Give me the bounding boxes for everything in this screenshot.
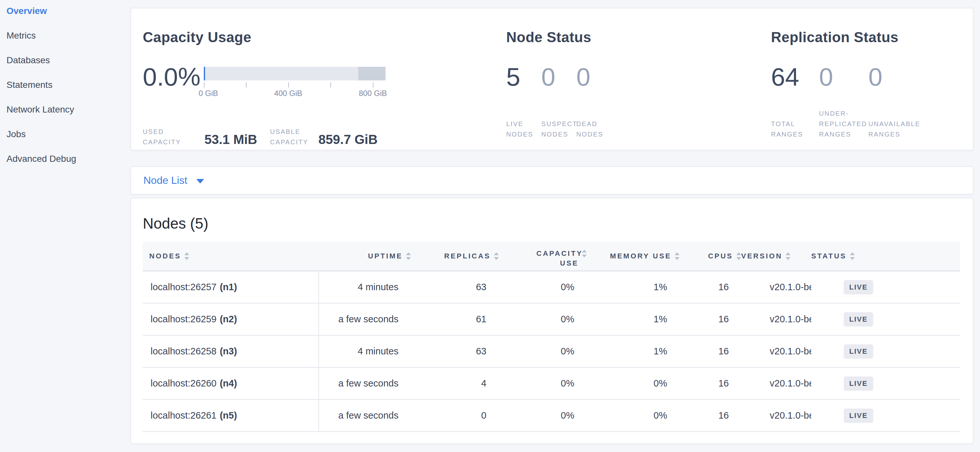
column-header-label: STATUS <box>811 252 846 260</box>
capacity-use-cell: 0% <box>499 282 587 292</box>
capacity-use-cell: 0% <box>499 314 587 325</box>
sidebar-item-statements[interactable]: Statements <box>6 76 52 94</box>
table-row[interactable]: localhost:26259 (n2) a few seconds 61 0%… <box>143 303 960 336</box>
cpus-cell: 16 <box>679 314 741 325</box>
node-id: (n5) <box>220 410 237 421</box>
usable-capacity-value: 859.7 GiB <box>318 133 377 146</box>
node-id: (n2) <box>220 314 237 325</box>
under-replicated-ranges-count: 0 <box>819 64 833 89</box>
version-cell: v20.1.0-bet… <box>741 410 811 421</box>
cluster-summary-card: Capacity Usage 0.0% 0 GiB 400 GiB 800 Gi… <box>130 8 974 151</box>
nodes-table-card: Nodes (5) NODES UPTIME REPLICAS CAPACITY… <box>130 198 974 444</box>
sidebar-item-network-latency[interactable]: Network Latency <box>6 100 74 119</box>
memory-use-cell: 0% <box>587 410 679 421</box>
replicas-cell: 63 <box>411 346 499 357</box>
usable-capacity-label: USABLE CAPACITY <box>270 127 317 147</box>
node-address: localhost:26257 <box>151 282 216 292</box>
node-id: (n4) <box>220 378 237 389</box>
node-address-cell[interactable]: localhost:26261 (n5) <box>143 400 319 431</box>
live-nodes-label: LIVE NODES <box>506 119 539 140</box>
column-header-label: CPUS <box>708 252 733 260</box>
replicas-cell: 4 <box>411 378 499 389</box>
sort-icon[interactable] <box>582 249 587 258</box>
table-row[interactable]: localhost:26257 (n1) 4 minutes 63 0% 1% … <box>143 271 960 303</box>
sort-icon[interactable] <box>675 252 679 260</box>
axis-tick <box>204 82 204 87</box>
cpus-cell: 16 <box>679 346 741 357</box>
unavailable-ranges-label: UNAVAILABLE RANGES <box>869 119 924 140</box>
column-header-uptime[interactable]: UPTIME <box>319 252 411 260</box>
version-cell: v20.1.0-bet… <box>741 378 811 389</box>
node-list-dropdown-label: Node List <box>143 174 187 186</box>
status-badge: LIVE <box>844 344 873 358</box>
nodes-table-heading: Nodes (5) <box>143 215 208 232</box>
node-address-cell[interactable]: localhost:26259 (n2) <box>143 303 319 335</box>
sort-icon[interactable] <box>184 252 189 260</box>
sort-icon[interactable] <box>406 252 411 260</box>
total-ranges-count: 64 <box>771 64 799 89</box>
node-address-cell[interactable]: localhost:26260 (n4) <box>143 368 319 399</box>
sidebar-item-overview[interactable]: Overview <box>6 2 47 20</box>
capacity-stats: USED CAPACITY 53.1 MiB USABLE CAPACITY 8… <box>143 120 378 147</box>
nodes-table: NODES UPTIME REPLICAS CAPACITY USE MEMOR… <box>143 241 960 432</box>
sort-icon[interactable] <box>494 252 499 260</box>
replicas-cell: 61 <box>411 314 499 325</box>
sort-icon[interactable] <box>736 252 741 260</box>
node-address-cell[interactable]: localhost:26258 (n3) <box>143 336 319 367</box>
column-header-label: UPTIME <box>368 252 403 260</box>
memory-use-cell: 1% <box>587 282 679 292</box>
table-row[interactable]: localhost:26261 (n5) a few seconds 0 0% … <box>143 400 960 432</box>
status-cell: LIVE <box>811 376 960 391</box>
axis-tick-label: 0 GiB <box>199 89 218 98</box>
capacity-usage-title: Capacity Usage <box>143 29 251 45</box>
status-cell: LIVE <box>811 312 960 327</box>
live-nodes-count: 5 <box>506 64 520 89</box>
table-header-row: NODES UPTIME REPLICAS CAPACITY USE MEMOR… <box>143 241 960 271</box>
node-address-cell[interactable]: localhost:26257 (n1) <box>143 271 319 303</box>
sort-icon[interactable] <box>786 252 791 260</box>
uptime-cell: a few seconds <box>319 314 411 325</box>
node-list-dropdown-bar: Node List <box>130 167 974 195</box>
status-badge: LIVE <box>844 312 873 327</box>
capacity-use-cell: 0% <box>499 410 587 421</box>
capacity-bar-reserved-segment <box>358 67 385 81</box>
capacity-use-cell: 0% <box>499 346 587 357</box>
uptime-cell: a few seconds <box>319 378 411 389</box>
column-header-cpus[interactable]: CPUS <box>679 252 741 260</box>
replication-status-stats: 64 TOTAL RANGES 0 UNDER-REPLICATED RANGE… <box>771 63 972 140</box>
uptime-cell: 4 minutes <box>319 346 411 357</box>
column-header-replicas[interactable]: REPLICAS <box>411 252 499 260</box>
uptime-cell: a few seconds <box>319 410 411 421</box>
axis-tick <box>373 82 374 87</box>
version-cell: v20.1.0-bet… <box>741 314 811 325</box>
sidebar-item-databases[interactable]: Databases <box>6 51 50 70</box>
sidebar-item-metrics[interactable]: Metrics <box>6 27 36 45</box>
column-header-capacity-use[interactable]: CAPACITY USE <box>499 244 587 268</box>
status-badge: LIVE <box>844 280 873 294</box>
dead-nodes-label: DEAD NODES <box>576 119 609 140</box>
node-address: localhost:26261 <box>151 410 216 421</box>
memory-use-cell: 1% <box>587 346 679 357</box>
under-replicated-ranges-label: UNDER-REPLICATED RANGES <box>819 108 869 140</box>
column-header-status[interactable]: STATUS <box>811 252 960 260</box>
sidebar-item-advanced-debug[interactable]: Advanced Debug <box>6 150 76 168</box>
node-id: (n1) <box>220 282 237 292</box>
replication-status-title: Replication Status <box>771 29 899 45</box>
column-header-label: MEMORY USE <box>610 252 671 260</box>
column-header-nodes[interactable]: NODES <box>143 252 319 260</box>
column-header-label: REPLICAS <box>444 252 491 260</box>
axis-tick <box>288 82 289 87</box>
column-header-label: CAPACITY USE <box>536 249 579 268</box>
node-address: localhost:26258 <box>151 346 216 357</box>
column-header-memory-use[interactable]: MEMORY USE <box>587 252 679 260</box>
dead-nodes-count: 0 <box>576 64 590 89</box>
axis-tick-label: 800 GiB <box>359 89 387 98</box>
status-badge: LIVE <box>844 409 873 423</box>
sort-icon[interactable] <box>850 252 855 260</box>
column-header-label: NODES <box>149 252 181 260</box>
table-row[interactable]: localhost:26260 (n4) a few seconds 4 0% … <box>143 368 960 400</box>
sidebar-item-jobs[interactable]: Jobs <box>6 125 25 143</box>
table-row[interactable]: localhost:26258 (n3) 4 minutes 63 0% 1% … <box>143 336 960 368</box>
column-header-version[interactable]: VERSION <box>741 252 811 260</box>
node-list-dropdown[interactable]: Node List <box>131 174 204 186</box>
